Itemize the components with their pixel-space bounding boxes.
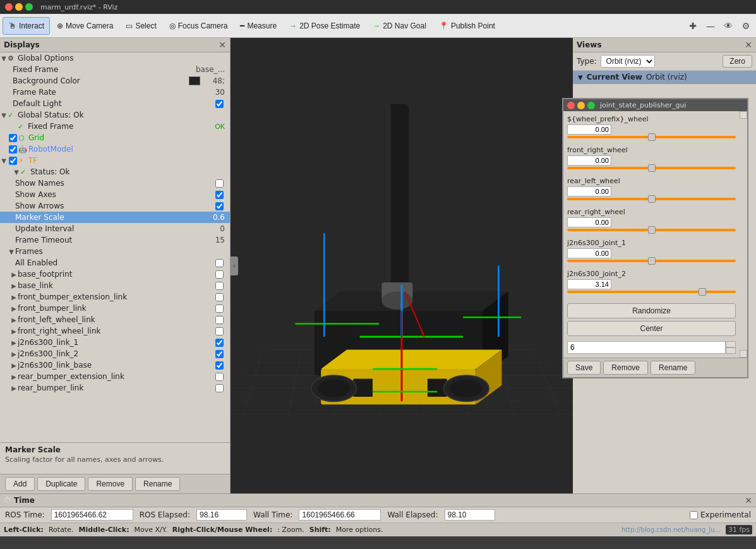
settings-icon[interactable]: ⚙ [738, 18, 753, 33]
update-interval-item[interactable]: Update Interval 0 [0, 223, 230, 234]
pose-estimate-button[interactable]: → 2D Pose Estimate [284, 17, 366, 35]
jsp-joint-3-thumb[interactable] [648, 226, 656, 234]
jsp-joint-0-input[interactable] [567, 124, 611, 135]
base-footprint-checkbox[interactable] [215, 270, 224, 279]
grid-checkbox[interactable] [9, 134, 17, 142]
rear-bumper-ext-item[interactable]: ▶ rear_bumper_extension_link [0, 371, 230, 382]
remove-button[interactable]: Remove [88, 477, 133, 491]
tf-checkbox[interactable] [9, 157, 17, 165]
base-footprint-expand[interactable]: ▶ [10, 271, 18, 278]
j2n6s300-link-base-expand[interactable]: ▶ [10, 362, 18, 369]
jsp-minimize-button[interactable] [577, 102, 585, 109]
frame-timeout-item[interactable]: Frame Timeout 15 [0, 234, 230, 246]
publish-point-button[interactable]: 📍 Publish Point [433, 17, 501, 35]
front-bumper-ext-expand[interactable]: ▶ [10, 294, 18, 301]
tf-status-expand[interactable]: ▼ [13, 169, 20, 176]
tf-item[interactable]: ▼ ⚡ TF [0, 155, 230, 166]
interact-button[interactable]: 🖱 Interact [3, 17, 50, 35]
fixed-frame-status-item[interactable]: ✓ Fixed Frame OK [0, 121, 230, 132]
front-right-wheel-expand[interactable]: ▶ [10, 328, 18, 335]
front-right-wheel-checkbox[interactable] [215, 327, 224, 335]
jsp-joint-2-thumb[interactable] [648, 195, 656, 203]
rear-bumper-item[interactable]: ▶ rear_bumper_link [0, 382, 230, 394]
move-camera-button[interactable]: ⊕ Move Camera [51, 17, 119, 35]
window-controls[interactable] [5, 3, 33, 11]
rear-bumper-expand[interactable]: ▶ [10, 385, 18, 392]
show-names-checkbox[interactable] [215, 179, 224, 188]
base-link-item[interactable]: ▶ base_link [0, 280, 230, 291]
ros-time-input[interactable]: 1601965466.62 [51, 509, 133, 521]
front-left-wheel-checkbox[interactable] [215, 316, 224, 324]
front-bumper-ext-item[interactable]: ▶ front_bumper_extension_link [0, 291, 230, 303]
frame-rate-item[interactable]: Frame Rate 30 [0, 87, 230, 98]
tf-status-item[interactable]: ▼ ✓ Status: Ok [0, 166, 230, 178]
focus-camera-button[interactable]: ◎ Focus Camera [164, 17, 234, 35]
j2n6s300-link-base-item[interactable]: ▶ j2n6s300_link_base [0, 359, 230, 371]
maximize-button[interactable] [25, 3, 33, 11]
front-bumper-checkbox[interactable] [215, 305, 224, 313]
rename-button[interactable]: Rename [135, 477, 180, 491]
show-arrows-item[interactable]: Show Arrows [0, 200, 230, 212]
jsp-save-button[interactable]: Save [567, 361, 601, 375]
duplicate-button[interactable]: Duplicate [37, 477, 85, 491]
jsp-joint-2-input[interactable] [567, 186, 611, 196]
robotmodel-checkbox[interactable] [9, 145, 17, 154]
jsp-spin-down[interactable]: ▼ [726, 347, 736, 354]
jsp-joint-1-thumb[interactable] [648, 164, 656, 172]
default-light-checkbox[interactable] [215, 100, 224, 108]
global-options-expand[interactable]: ▼ [0, 55, 8, 62]
base-link-checkbox[interactable] [215, 282, 224, 290]
experimental-checkbox[interactable] [690, 511, 698, 519]
robotmodel-item[interactable]: 🤖 RobotModel [0, 143, 230, 155]
all-enabled-checkbox[interactable] [215, 259, 224, 267]
front-bumper-ext-checkbox[interactable] [215, 293, 224, 301]
base-link-expand[interactable]: ▶ [10, 282, 18, 289]
front-bumper-item[interactable]: ▶ front_bumper_link [0, 303, 230, 314]
close-button[interactable] [5, 3, 13, 11]
frames-expand[interactable]: ▼ [8, 248, 15, 255]
views-close-icon[interactable]: ✕ [745, 40, 752, 50]
jsp-close-button[interactable] [567, 102, 575, 109]
background-color-item[interactable]: Background Color 48; [0, 75, 230, 87]
jsp-joint-4-input[interactable] [567, 248, 611, 258]
select-button[interactable]: ▭ Select [120, 17, 162, 35]
jsp-joint-0-thumb[interactable] [648, 133, 656, 141]
add-display-button[interactable]: Add [5, 477, 35, 491]
jsp-spin-up[interactable]: ▲ [726, 341, 736, 347]
grid-item[interactable]: ⬡ Grid [0, 132, 230, 143]
rear-bumper-ext-expand[interactable]: ▶ [10, 373, 18, 380]
views-type-select[interactable]: Orbit (rviz) [601, 55, 655, 68]
global-status-expand[interactable]: ▼ [0, 112, 8, 119]
wall-elapsed-input[interactable]: 98.10 [445, 509, 495, 521]
show-arrows-checkbox[interactable] [215, 202, 224, 210]
jsp-scroll-up[interactable]: ▲ [740, 111, 747, 119]
j2n6s300-link1-expand[interactable]: ▶ [10, 339, 18, 346]
nav-goal-button[interactable]: → 2D Nav Goal [367, 17, 432, 35]
measure-button[interactable]: ━ Measure [234, 17, 282, 35]
frames-item[interactable]: ▼ Frames [0, 246, 230, 257]
jsp-joint-4-thumb[interactable] [648, 257, 656, 265]
tf-expand[interactable]: ▼ [0, 157, 8, 164]
jsp-remove-button[interactable]: Remove [603, 361, 648, 375]
front-left-wheel-expand[interactable]: ▶ [10, 317, 18, 323]
fixed-frame-item[interactable]: Fixed Frame base_... [0, 64, 230, 75]
minimize-button[interactable] [15, 3, 23, 11]
views-zero-button[interactable]: Zero [723, 55, 752, 68]
center-button[interactable]: Center [567, 321, 736, 336]
jsp-maximize-button[interactable] [587, 102, 595, 109]
jsp-joint-5-input[interactable] [567, 279, 611, 289]
jsp-scroll-down[interactable]: ▼ [740, 350, 747, 358]
3d-viewport[interactable]: ‹ [231, 38, 573, 493]
j2n6s300-link2-item[interactable]: ▶ j2n6s300_link_2 [0, 348, 230, 359]
global-status-item[interactable]: ▼ ✓ Global Status: Ok [0, 109, 230, 121]
jsp-joint-1-input[interactable] [567, 155, 611, 166]
base-footprint-item[interactable]: ▶ base_footprint [0, 268, 230, 280]
wall-time-input[interactable]: 1601965466.66 [299, 509, 381, 521]
eye-icon[interactable]: 👁 [721, 18, 736, 33]
jsp-joint-5-thumb[interactable] [699, 288, 706, 296]
jsp-joint-3-input[interactable] [567, 217, 611, 227]
minus-icon[interactable]: — [703, 18, 718, 33]
marker-scale-item[interactable]: Marker Scale 0.6 [0, 212, 230, 223]
front-right-wheel-item[interactable]: ▶ front_right_wheel_link [0, 325, 230, 337]
show-names-item[interactable]: Show Names [0, 178, 230, 189]
